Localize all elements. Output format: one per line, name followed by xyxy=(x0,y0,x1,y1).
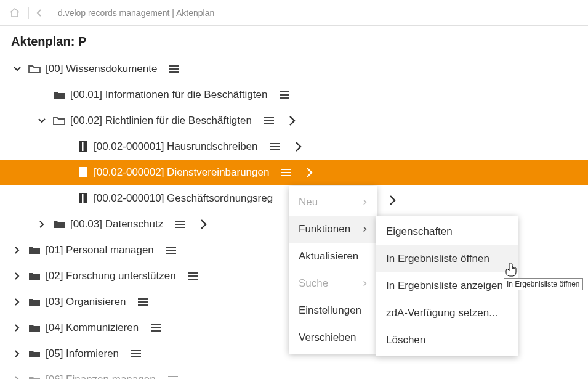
file-icon xyxy=(78,141,89,153)
hamburger-icon[interactable] xyxy=(138,298,148,306)
expander-expand[interactable] xyxy=(11,350,23,357)
tree-node[interactable]: [06] Finanzen managen xyxy=(0,367,588,379)
node-label: [06] Finanzen managen xyxy=(46,373,156,379)
node-label: [00.02-000002] Dienstvereinbarungen xyxy=(94,166,269,179)
menu-item-verschieben[interactable]: Verschieben xyxy=(289,324,377,351)
node-label: [00.02-000001] Hausrundschreiben xyxy=(94,141,258,153)
hamburger-icon[interactable] xyxy=(131,350,141,357)
menu-label: Funktionen xyxy=(299,223,350,235)
title-value: P xyxy=(78,35,86,48)
folder-icon xyxy=(28,271,41,282)
submenu-arrow-icon xyxy=(363,223,367,235)
menu-item-in-ergebnisliste-anzeigen[interactable]: In Ergebnisliste anzeigen xyxy=(376,272,518,300)
tree-node[interactable]: [00.02-000001] Hausrundschreiben xyxy=(0,134,588,160)
chevron-right-icon[interactable] xyxy=(389,195,397,206)
tree-node[interactable]: [00.02] Richtlinien für die Beschäftigte… xyxy=(0,108,588,134)
menu-item-aktualisieren[interactable]: Aktualisieren xyxy=(289,243,377,270)
expander-collapse[interactable] xyxy=(11,67,23,71)
folder-icon xyxy=(53,219,65,230)
context-submenu-funktionen: Eigenschaften In Ergebnisliste öffnen In… xyxy=(376,216,518,356)
folder-open-icon xyxy=(28,63,41,75)
menu-item-zda-verfuegung[interactable]: zdA-Verfügung setzen... xyxy=(376,300,518,327)
menu-item-loeschen[interactable]: Löschen xyxy=(376,327,518,354)
hamburger-icon[interactable] xyxy=(280,91,289,99)
expander-expand[interactable] xyxy=(11,247,23,254)
node-label: [00.03] Datenschutz xyxy=(70,218,163,230)
node-label: [03] Organisieren xyxy=(46,296,126,308)
folder-icon xyxy=(28,374,41,379)
menu-item-neu[interactable]: Neu xyxy=(289,189,377,216)
chevron-right-icon[interactable] xyxy=(306,167,313,178)
menu-label: Verschieben xyxy=(299,332,356,344)
tree-node-selected[interactable]: [00.02-000002] Dienstvereinbarungen xyxy=(0,160,588,185)
node-label: [00.02-000010] Geschäftsordnungsreg xyxy=(94,192,273,205)
hamburger-icon[interactable] xyxy=(168,376,178,379)
title-prefix: Aktenplan: xyxy=(11,35,78,48)
hamburger-icon[interactable] xyxy=(169,65,179,73)
hamburger-icon[interactable] xyxy=(175,221,185,228)
tooltip: In Ergebnisliste öffnen xyxy=(504,278,583,290)
menu-label: zdA-Verfügung setzen... xyxy=(386,307,497,319)
hamburger-icon[interactable] xyxy=(166,247,176,254)
menu-label: In Ergebnisliste anzeigen xyxy=(386,280,503,292)
back-icon[interactable] xyxy=(36,9,42,17)
menu-label: Suche xyxy=(299,277,328,290)
expander-expand[interactable] xyxy=(36,221,48,228)
home-icon[interactable] xyxy=(9,7,21,19)
node-label: [00.02] Richtlinien für die Beschäftigte… xyxy=(70,115,252,127)
node-label: [01] Personal managen xyxy=(46,244,154,256)
expander-expand[interactable] xyxy=(11,272,23,280)
tree-node[interactable]: [00.01] Informationen für die Beschäftig… xyxy=(0,82,588,108)
submenu-arrow-icon xyxy=(363,196,367,208)
separator xyxy=(28,7,29,19)
hamburger-icon[interactable] xyxy=(151,324,161,332)
menu-label: Neu xyxy=(299,196,318,208)
hamburger-icon[interactable] xyxy=(281,169,291,176)
chevron-right-icon[interactable] xyxy=(289,115,296,126)
expander-expand[interactable] xyxy=(11,298,23,306)
file-icon xyxy=(78,166,89,179)
chevron-right-icon[interactable] xyxy=(295,141,302,152)
hamburger-icon[interactable] xyxy=(270,143,280,150)
menu-item-in-ergebnisliste-oeffnen[interactable]: In Ergebnisliste öffnen xyxy=(376,245,518,272)
menu-label: Löschen xyxy=(386,334,425,346)
chevron-right-icon[interactable] xyxy=(200,219,207,230)
menu-item-eigenschaften[interactable]: Eigenschaften xyxy=(376,218,518,245)
tree-node[interactable]: [00] Wissensdokumente xyxy=(0,56,588,82)
menu-label: Aktualisieren xyxy=(299,250,358,263)
menu-item-suche[interactable]: Suche xyxy=(289,270,377,297)
context-menu: Neu Funktionen Aktualisieren Suche Einst… xyxy=(289,186,377,354)
folder-icon xyxy=(28,322,41,333)
breadcrumb: d.velop records management | Aktenplan xyxy=(58,8,214,18)
menu-label: Einstellungen xyxy=(299,304,361,317)
node-label: [05] Informieren xyxy=(46,348,119,360)
folder-open-icon xyxy=(53,115,65,126)
top-bar: d.velop records management | Aktenplan xyxy=(0,0,588,26)
menu-item-einstellungen[interactable]: Einstellungen xyxy=(289,297,377,324)
file-icon xyxy=(78,192,89,205)
menu-label: In Ergebnisliste öffnen xyxy=(386,253,489,265)
submenu-arrow-icon xyxy=(363,277,367,290)
hamburger-icon[interactable] xyxy=(188,272,198,280)
folder-icon xyxy=(28,296,41,308)
folder-icon xyxy=(28,348,41,359)
node-label: [00] Wissensdokumente xyxy=(46,63,157,75)
menu-item-funktionen[interactable]: Funktionen xyxy=(289,216,377,243)
folder-icon xyxy=(53,89,65,100)
expander-expand[interactable] xyxy=(11,376,23,379)
expander-collapse[interactable] xyxy=(36,118,48,123)
menu-label: Eigenschaften xyxy=(386,226,453,238)
separator xyxy=(50,7,50,19)
node-label: [00.01] Informationen für die Beschäftig… xyxy=(70,89,267,101)
node-label: [02] Forschung unterstützen xyxy=(46,270,176,282)
expander-expand[interactable] xyxy=(11,324,23,332)
folder-icon xyxy=(28,245,41,256)
page-title: Aktenplan: P xyxy=(0,26,588,54)
hamburger-icon[interactable] xyxy=(264,117,274,124)
node-label: [04] Kommunizieren xyxy=(46,322,139,334)
